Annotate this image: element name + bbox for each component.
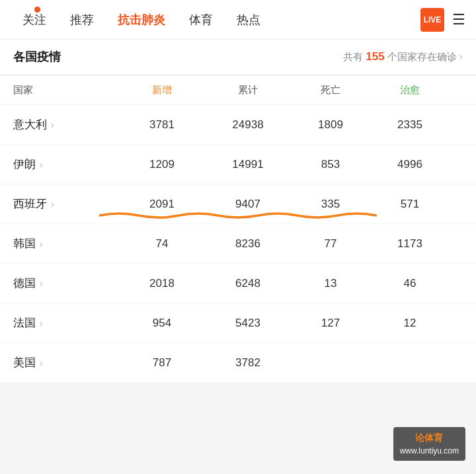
- chevron-icon: ›: [40, 318, 43, 329]
- total-count: 8236: [205, 237, 291, 251]
- col-header-death: 死亡: [291, 84, 370, 97]
- col-header-country: 国家: [13, 84, 119, 97]
- new-count: 1209: [119, 158, 205, 171]
- recover-count: 571: [370, 198, 450, 211]
- total-count: 3782: [205, 356, 291, 370]
- death-count: 853: [291, 158, 370, 171]
- country-name-germany: 德国 ›: [13, 276, 119, 291]
- chevron-icon: ›: [51, 120, 54, 130]
- live-button[interactable]: LIVE: [420, 8, 444, 32]
- country-name-spain: 西班牙 ›: [13, 196, 119, 212]
- recover-count: 46: [370, 277, 450, 290]
- col-header-total: 累计: [205, 84, 291, 97]
- nav-item-sports[interactable]: 体育: [177, 12, 225, 28]
- death-count: 127: [291, 317, 370, 330]
- chevron-icon: ›: [40, 239, 43, 249]
- new-count: 787: [119, 356, 205, 370]
- nav-item-epidemic[interactable]: 抗击肺炎: [106, 12, 177, 28]
- watermark-url: www.luntiyu.com: [400, 445, 459, 457]
- recover-count: 12: [370, 317, 450, 330]
- nav-item-hot[interactable]: 热点: [225, 12, 272, 28]
- section-header: 各国疫情 共有 155 个国家存在确诊 ›: [0, 40, 476, 75]
- table-row[interactable]: 韩国 › 74 8236 77 1173: [0, 224, 476, 264]
- country-name-iran: 伊朗 ›: [13, 157, 119, 172]
- new-count: 2018: [119, 277, 205, 290]
- nav-item-recommend[interactable]: 推荐: [58, 12, 106, 28]
- new-count: 2091: [119, 198, 205, 211]
- country-name-korea: 韩国 ›: [13, 236, 119, 251]
- table-row-spain[interactable]: 西班牙 › 2091 9407 335 571: [0, 184, 476, 224]
- table-row[interactable]: 法国 › 954 5423 127 12: [0, 303, 476, 343]
- table-header: 国家 新增 累计 死亡 治愈: [0, 76, 476, 105]
- col-header-new: 新增: [119, 84, 205, 97]
- wavy-underline-decoration: [99, 210, 377, 221]
- recover-count: 4996: [370, 158, 450, 171]
- subtitle-suffix: 个国家存在确诊: [387, 51, 457, 63]
- total-count: 5423: [205, 317, 291, 330]
- table-row[interactable]: 意大利 › 3781 24938 1809 2335: [0, 105, 476, 145]
- table-row[interactable]: 美国 › 787 3782: [0, 343, 476, 383]
- top-navigation: 关注 推荐 抗击肺炎 体育 热点 LIVE ☰: [0, 0, 476, 40]
- country-name-italy: 意大利 ›: [13, 117, 119, 132]
- chevron-icon: ›: [40, 159, 43, 170]
- table-row[interactable]: 德国 › 2018 6248 13 46: [0, 264, 476, 303]
- chevron-icon: ›: [40, 278, 43, 289]
- death-count: 13: [291, 277, 370, 290]
- watermark: 论体育 www.luntiyu.com: [393, 427, 465, 461]
- total-count: 14991: [205, 158, 291, 171]
- new-count: 74: [119, 237, 205, 251]
- chevron-right-icon: ›: [459, 51, 463, 63]
- subtitle-prefix: 共有: [343, 51, 363, 63]
- watermark-logo: 论体育: [400, 431, 459, 445]
- death-count: 77: [291, 237, 370, 251]
- country-name-france: 法国 ›: [13, 315, 119, 331]
- chevron-icon: ›: [40, 358, 43, 368]
- total-count: 9407: [205, 198, 291, 211]
- col-header-recover: 治愈: [370, 84, 450, 97]
- death-count: 335: [291, 198, 370, 211]
- total-count: 6248: [205, 277, 291, 290]
- hamburger-menu-icon[interactable]: ☰: [452, 11, 465, 28]
- notification-dot: [34, 7, 40, 13]
- epidemic-table: 国家 新增 累计 死亡 治愈 意大利 › 3781 24938 1809 233…: [0, 76, 476, 383]
- new-count: 3781: [119, 118, 205, 132]
- recover-count: 1173: [370, 237, 450, 251]
- death-count: 1809: [291, 118, 370, 132]
- chevron-icon: ›: [51, 199, 54, 210]
- section-title: 各国疫情: [13, 49, 61, 65]
- table-row[interactable]: 伊朗 › 1209 14991 853 4996: [0, 145, 476, 184]
- new-count: 954: [119, 317, 205, 330]
- section-subtitle[interactable]: 共有 155 个国家存在确诊 ›: [343, 50, 463, 63]
- country-count: 155: [366, 50, 384, 63]
- nav-item-follow[interactable]: 关注: [11, 12, 58, 28]
- country-name-usa: 美国 ›: [13, 355, 119, 370]
- recover-count: 2335: [370, 118, 450, 132]
- total-count: 24938: [205, 118, 291, 132]
